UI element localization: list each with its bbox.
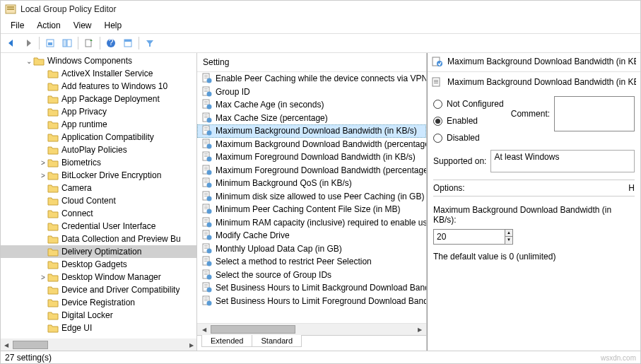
list-item[interactable]: Maximum Background Download Bandwidth (p… bbox=[197, 138, 426, 151]
radio-disabled[interactable]: Disabled bbox=[433, 130, 504, 146]
tree-item[interactable]: ActiveX Installer Service bbox=[1, 67, 196, 80]
tree-item[interactable]: >Desktop Window Manager bbox=[1, 271, 196, 283]
list-item[interactable]: Max Cache Age (in seconds) bbox=[197, 98, 426, 112]
view-tabs: Extended Standard bbox=[197, 335, 426, 351]
policy-setting-icon bbox=[201, 230, 213, 241]
menu-file[interactable]: File bbox=[5, 19, 30, 32]
policy-setting-icon bbox=[201, 73, 213, 84]
list-item[interactable]: Set Business Hours to Limit Foreground D… bbox=[197, 295, 426, 308]
list-item[interactable]: Maximum Background Download Bandwidth (i… bbox=[197, 124, 426, 138]
svg-point-31 bbox=[207, 117, 212, 122]
list-item[interactable]: Max Cache Size (percentage) bbox=[197, 112, 426, 125]
toolbar-separator bbox=[78, 37, 78, 49]
scroll-right-icon[interactable]: ▶ bbox=[414, 324, 425, 335]
export-button[interactable] bbox=[81, 35, 97, 51]
tab-extended[interactable]: Extended bbox=[201, 335, 252, 347]
list-item[interactable]: Minimum RAM capacity (inclusive) require… bbox=[197, 216, 426, 230]
bandwidth-input[interactable] bbox=[434, 230, 505, 244]
scroll-left-icon[interactable]: ◀ bbox=[1, 340, 11, 351]
svg-rect-106 bbox=[434, 81, 438, 82]
folder-icon bbox=[47, 298, 59, 307]
tab-standard[interactable]: Standard bbox=[252, 335, 302, 347]
list-item[interactable]: Enable Peer Caching while the device con… bbox=[197, 72, 426, 86]
svg-rect-13 bbox=[204, 75, 208, 76]
list-item[interactable]: Group ID bbox=[197, 86, 426, 99]
tree-item[interactable]: Delivery Optimization bbox=[1, 245, 196, 258]
tree-item[interactable]: Device Registration bbox=[1, 296, 196, 309]
scroll-thumb[interactable] bbox=[13, 341, 48, 349]
list-item[interactable]: Minimum disk size allowed to use Peer Ca… bbox=[197, 190, 426, 204]
scroll-left-icon[interactable]: ◀ bbox=[199, 324, 209, 335]
tree-item[interactable]: Edge UI bbox=[1, 322, 196, 334]
tree-item[interactable]: Desktop Gadgets bbox=[1, 258, 196, 271]
list-horizontal-scrollbar[interactable]: ◀ ▶ bbox=[197, 323, 426, 335]
tree-item[interactable]: App Privacy bbox=[1, 105, 196, 118]
tree-item[interactable]: >Biometrics bbox=[1, 156, 196, 169]
show-hide-tree-button[interactable] bbox=[59, 35, 75, 51]
expand-icon[interactable]: > bbox=[39, 159, 47, 167]
comment-field[interactable] bbox=[554, 96, 635, 131]
tree-item[interactable]: AutoPlay Policies bbox=[1, 143, 196, 156]
svg-rect-79 bbox=[204, 247, 208, 247]
list-item[interactable]: Set Business Hours to Limit Background D… bbox=[197, 281, 426, 295]
svg-rect-39 bbox=[204, 142, 208, 143]
filter-button[interactable] bbox=[142, 35, 158, 51]
spinner-up-icon[interactable]: ▲ bbox=[505, 230, 512, 237]
list-item[interactable]: Minimum Background QoS (in KB/s) bbox=[197, 177, 426, 190]
list-item[interactable]: Select a method to restrict Peer Selecti… bbox=[197, 255, 426, 269]
back-button[interactable] bbox=[4, 35, 19, 51]
scroll-thumb[interactable] bbox=[211, 325, 295, 334]
svg-rect-40 bbox=[204, 143, 208, 144]
svg-point-16 bbox=[207, 78, 212, 83]
bandwidth-spinner[interactable]: ▲ ▼ bbox=[433, 229, 513, 245]
list-item[interactable]: Monthly Upload Data Cap (in GB) bbox=[197, 242, 426, 256]
tree-item[interactable]: Data Collection and Preview Bu bbox=[1, 233, 196, 245]
list-column-header[interactable]: Setting bbox=[197, 53, 426, 72]
svg-rect-5 bbox=[63, 40, 66, 47]
tree-item[interactable]: Device and Driver Compatibility bbox=[1, 283, 196, 296]
help-button[interactable]: ? bbox=[103, 35, 119, 51]
svg-rect-90 bbox=[204, 274, 208, 275]
spinner-down-icon[interactable]: ▼ bbox=[505, 237, 512, 243]
radio-icon[interactable] bbox=[433, 100, 442, 109]
radio-icon[interactable] bbox=[433, 117, 442, 126]
list-item[interactable]: Minimum Peer Caching Content File Size (… bbox=[197, 203, 426, 216]
policy-setting-icon bbox=[201, 177, 213, 189]
svg-rect-30 bbox=[204, 117, 208, 118]
menu-view[interactable]: View bbox=[68, 19, 98, 32]
titlebar: Local Group Policy Editor bbox=[1, 1, 640, 18]
tree-horizontal-scrollbar[interactable]: ◀ ▶ bbox=[1, 339, 196, 351]
list-item[interactable]: Select the source of Group IDs bbox=[197, 269, 426, 282]
tree-item[interactable]: Cloud Content bbox=[1, 194, 196, 207]
tree[interactable]: ⌄ Windows Components ActiveX Installer S… bbox=[1, 53, 196, 339]
expand-icon[interactable]: > bbox=[39, 172, 47, 180]
menu-help[interactable]: Help bbox=[99, 19, 128, 32]
tree-item[interactable]: Credential User Interface bbox=[1, 220, 196, 233]
list-item-label: Max Cache Size (percentage) bbox=[216, 113, 328, 123]
settings-list[interactable]: Enable Peer Caching while the device con… bbox=[197, 72, 426, 323]
list-item[interactable]: Modify Cache Drive bbox=[197, 229, 426, 242]
tree-item[interactable]: >BitLocker Drive Encryption bbox=[1, 169, 196, 182]
scroll-right-icon[interactable]: ▶ bbox=[186, 340, 196, 351]
tree-root[interactable]: ⌄ Windows Components bbox=[1, 54, 196, 67]
tree-item-label: ActiveX Installer Service bbox=[61, 69, 153, 78]
tree-item[interactable]: App Package Deployment bbox=[1, 93, 196, 105]
tree-item[interactable]: Digital Locker bbox=[1, 309, 196, 322]
tree-item[interactable]: Add features to Windows 10 bbox=[1, 80, 196, 93]
tree-item[interactable]: App runtime bbox=[1, 118, 196, 131]
tree-item[interactable]: Camera bbox=[1, 182, 196, 194]
menu-action[interactable]: Action bbox=[31, 19, 66, 32]
up-button[interactable] bbox=[42, 35, 58, 51]
tree-item[interactable]: Application Compatibility bbox=[1, 131, 196, 143]
collapse-icon[interactable]: ⌄ bbox=[25, 57, 33, 65]
list-item[interactable]: Maximum Foreground Download Bandwidth (i… bbox=[197, 151, 426, 164]
tree-item[interactable]: Connect bbox=[1, 207, 196, 220]
radio-not-configured[interactable]: Not Configured bbox=[433, 96, 504, 112]
forward-button[interactable] bbox=[20, 35, 36, 51]
svg-text:?: ? bbox=[109, 38, 114, 47]
list-item[interactable]: Maximum Foreground Download Bandwidth (p… bbox=[197, 164, 426, 177]
properties-button[interactable] bbox=[120, 35, 136, 51]
radio-icon[interactable] bbox=[433, 134, 442, 143]
radio-enabled[interactable]: Enabled bbox=[433, 113, 504, 129]
expand-icon[interactable]: > bbox=[39, 274, 47, 281]
